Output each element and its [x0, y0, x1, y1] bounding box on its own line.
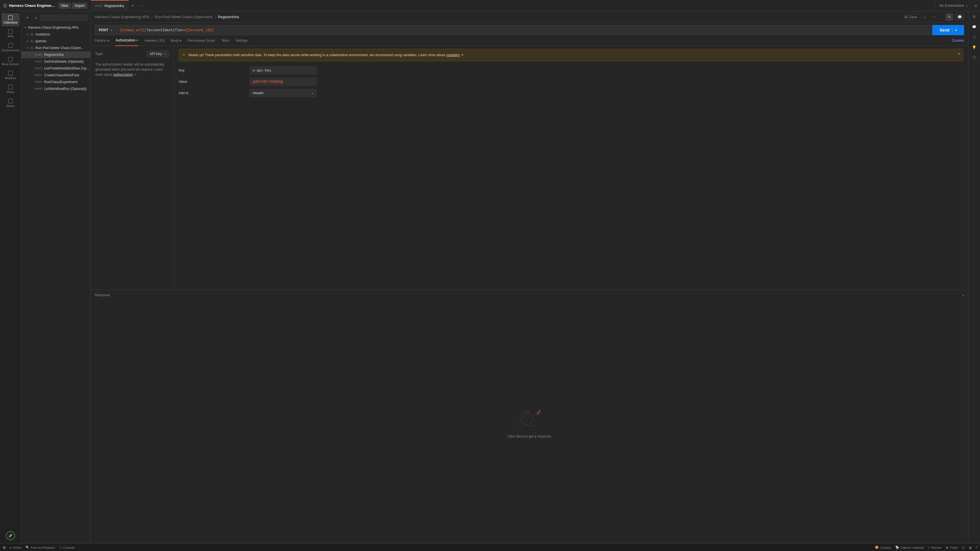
environment-select[interactable]: No Environment: [935, 0, 972, 11]
console-button[interactable]: ▢ Console: [59, 546, 75, 549]
cookies-link[interactable]: Cookies: [952, 38, 964, 43]
environment-quicklook-icon[interactable]: ◎: [972, 4, 980, 8]
tab-headers[interactable]: Headers(10): [144, 35, 164, 46]
tree-request[interactable]: POSTRunChaosExperiment: [21, 79, 91, 85]
send-button[interactable]: Send ▾: [932, 25, 964, 35]
comment-icon[interactable]: 💬: [955, 13, 964, 21]
code-icon[interactable]: ⟨⟩: [972, 35, 977, 40]
workspace-title[interactable]: Harness Chaos Engineering - P... New Imp…: [0, 3, 91, 9]
url-variable: {{chaos_url}}: [120, 28, 146, 32]
subtab-label: Params: [95, 38, 107, 43]
save-dropdown[interactable]: [923, 14, 928, 20]
lightbulb-icon[interactable]: 💡: [972, 45, 977, 50]
auth-type-select[interactable]: API Key: [146, 51, 169, 57]
sidebar-toggle-icon[interactable]: ▣: [3, 546, 6, 549]
capture-requests[interactable]: 📡 Capture requests: [895, 546, 924, 549]
new-button[interactable]: New: [59, 3, 71, 9]
runner-button[interactable]: ▷ Runner: [928, 546, 942, 549]
rail-monitors[interactable]: Monitors: [2, 68, 19, 82]
tree-request[interactable]: POSTListWorkflowRun (Optional)): [21, 85, 91, 92]
layout-icon[interactable]: ◪: [969, 546, 972, 549]
auth-value-label: Value: [179, 80, 250, 84]
breadcrumb-item[interactable]: Harness Chaos Engineering APIs: [95, 15, 150, 19]
response-header[interactable]: Response: [91, 290, 968, 300]
url-input[interactable]: {{chaos_url}}?accountIdentifier={{accoun…: [116, 25, 932, 35]
import-button[interactable]: Import: [72, 3, 88, 9]
two-pane-icon[interactable]: ◫: [962, 546, 965, 549]
auth-key-row: Key: [179, 66, 964, 74]
svg-point-0: [520, 412, 533, 424]
bootcamp-icon[interactable]: 🚀: [6, 531, 15, 540]
tab-pre-request[interactable]: Pre-request Script: [188, 35, 215, 46]
chevron-down-icon: [963, 293, 964, 297]
find-replace-button[interactable]: 🔍 Find and Replace: [25, 546, 55, 549]
tree-folder[interactable]: ▸ 🗀 queries: [21, 38, 91, 45]
save-label: Save: [909, 15, 917, 19]
info-icon[interactable]: ⓘ: [972, 55, 977, 60]
add-tab-button[interactable]: ＋: [129, 3, 137, 8]
tab-authorization[interactable]: Authorization: [115, 35, 138, 46]
tree-request[interactable]: POSTGetInfraDetails (Optional)): [21, 58, 91, 65]
tree-request[interactable]: POSTRegisterInfra: [21, 51, 91, 58]
tree-request[interactable]: POSTListPredefinedWorkflow (Op...: [21, 65, 91, 72]
breadcrumb-sep: /: [215, 15, 216, 19]
apis-icon: [8, 29, 13, 34]
request-more-icon[interactable]: ⋯: [930, 14, 938, 20]
save-button[interactable]: 🖫 Save: [901, 14, 920, 21]
help-icon[interactable]: ?: [975, 546, 977, 549]
tree-method: POST: [35, 74, 43, 76]
subtab-label: Pre-request Script: [188, 38, 215, 43]
main-pane: Harness Chaos Engineering APIs / Run Pod…: [91, 11, 968, 544]
variables-doc-link[interactable]: variables: [446, 53, 460, 57]
trash-button[interactable]: 🗑 Trash: [946, 546, 958, 549]
tree-collection-root[interactable]: ▾ Harness Chaos Engineering APIs: [21, 24, 91, 31]
left-rail: Collections APIs Environments Mock Serve…: [0, 11, 21, 544]
tab-tests[interactable]: Tests: [221, 35, 229, 46]
tree-folder-open[interactable]: ▾ 🗀 Run Pod Delete Chaos Experi...: [21, 45, 91, 51]
tab-body[interactable]: Body: [171, 35, 181, 46]
rail-flows[interactable]: Flows: [2, 83, 19, 96]
auth-addto-select[interactable]: Header: [250, 89, 317, 97]
tree-label: ListWorkflowRun (Optional)): [44, 87, 87, 91]
edit-icon[interactable]: ✎: [946, 13, 953, 21]
breadcrumb-item[interactable]: Run Pod Delete Chaos Experiment: [155, 15, 212, 19]
rail-mock-servers[interactable]: Mock Servers: [2, 55, 19, 68]
online-status[interactable]: ●Online: [10, 546, 22, 549]
tree-request[interactable]: POSTCreateChaosWorkFlow: [21, 72, 91, 79]
authorization-doc-link[interactable]: authorization: [113, 73, 133, 76]
mock-servers-icon: [8, 57, 13, 62]
rail-history[interactable]: History: [2, 97, 19, 110]
sidebar-add-button[interactable]: ＋: [24, 14, 32, 22]
history-icon: [8, 99, 13, 103]
folder-icon: 🗀: [30, 46, 34, 50]
chevron-down-icon: [165, 52, 166, 56]
tab-more-icon[interactable]: ⋯: [137, 4, 146, 8]
tree-label: mutations: [35, 32, 50, 36]
tree-folder[interactable]: ▸ 🗀 mutations: [21, 31, 91, 38]
tree-label: RegisterInfra: [44, 53, 64, 57]
workspace-name: Harness Chaos Engineering - P...: [9, 3, 56, 8]
footer-cookies[interactable]: 🍪 Cookies: [875, 546, 891, 549]
documentation-icon[interactable]: 🗎: [972, 14, 977, 19]
auth-key-input[interactable]: [250, 66, 317, 74]
rail-label: Flows: [7, 91, 14, 94]
request-tab[interactable]: POST RegisterInfra: [91, 0, 129, 11]
method-select[interactable]: POST: [95, 25, 116, 35]
rail-collections[interactable]: Collections: [2, 13, 19, 26]
auth-value-row: Value {{API-KEY-TOKEN}}: [179, 78, 964, 86]
sidebar-filter-icon[interactable]: ≡: [33, 15, 38, 21]
topbar: Harness Chaos Engineering - P... New Imp…: [0, 0, 980, 11]
subtab-label: Settings: [235, 38, 248, 43]
tree-label: ListPredefinedWorkflow (Op...: [44, 66, 89, 70]
tab-settings[interactable]: Settings: [235, 35, 248, 46]
close-icon[interactable]: ✕: [958, 52, 961, 56]
tab-params[interactable]: Params: [95, 35, 109, 46]
chevron-right-icon: ▸: [27, 40, 30, 43]
rail-apis[interactable]: APIs: [2, 27, 19, 40]
chevron-down-icon: [111, 28, 112, 32]
auth-value-input[interactable]: {{API-KEY-TOKEN}}: [250, 78, 317, 86]
rail-environments[interactable]: Environments: [2, 41, 19, 54]
comments-icon[interactable]: 💬: [972, 24, 977, 30]
sidebar-search-input[interactable]: [40, 14, 88, 21]
svg-point-2: [527, 411, 528, 412]
